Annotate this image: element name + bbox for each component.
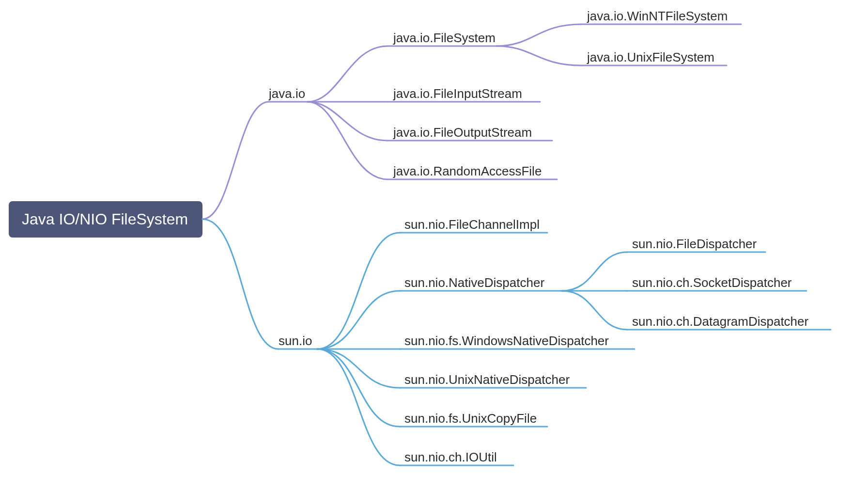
connector-filesystem-winnt <box>496 24 581 46</box>
connector-filesystem-unix <box>496 46 581 65</box>
connector-nd-fd <box>562 252 627 291</box>
node-fci[interactable]: sun.nio.FileChannelImpl <box>404 217 540 232</box>
node-unixfs[interactable]: java.io.UnixFileSystem <box>587 50 714 64</box>
connector-javaio-fos <box>308 102 388 141</box>
node-nd[interactable]: sun.nio.NativeDispatcher <box>404 275 544 290</box>
connector-nd-dd <box>562 291 627 330</box>
connector-sunio-ucf <box>317 349 400 427</box>
node-javaio[interactable]: java.io <box>268 86 305 101</box>
connector-sunio-fci <box>317 233 400 349</box>
node-ucf[interactable]: sun.nio.fs.UnixCopyFile <box>404 411 537 426</box>
connector-javaio-filesystem <box>308 46 388 102</box>
node-wnd[interactable]: sun.nio.fs.WindowsNativeDispatcher <box>404 334 609 348</box>
connector-root-javaio <box>202 102 269 219</box>
node-winnt[interactable]: java.io.WinNTFileSystem <box>587 9 728 23</box>
node-fd[interactable]: sun.nio.FileDispatcher <box>632 237 757 251</box>
node-fis[interactable]: java.io.FileInputStream <box>393 86 522 101</box>
node-dd[interactable]: sun.nio.ch.DatagramDispatcher <box>632 314 809 329</box>
node-sunio[interactable]: sun.io <box>279 334 312 348</box>
node-filesystem[interactable]: java.io.FileSystem <box>393 31 496 45</box>
connector-javaio-raf <box>308 102 388 179</box>
connector-sunio-ioutil <box>317 349 400 465</box>
node-raf[interactable]: java.io.RandomAccessFile <box>393 164 542 178</box>
root-node[interactable]: Java IO/NIO FileSystem <box>9 201 202 238</box>
node-sd[interactable]: sun.nio.ch.SocketDispatcher <box>632 275 792 290</box>
node-ioutil[interactable]: sun.nio.ch.IOUtil <box>404 450 497 464</box>
connector-root-sunio <box>202 219 279 349</box>
root-label: Java IO/NIO FileSystem <box>22 210 188 228</box>
connector-sunio-und <box>317 349 400 388</box>
node-fos[interactable]: java.io.FileOutputStream <box>393 125 532 140</box>
node-und[interactable]: sun.nio.UnixNativeDispatcher <box>404 372 570 387</box>
connector-sunio-nd <box>317 291 400 349</box>
